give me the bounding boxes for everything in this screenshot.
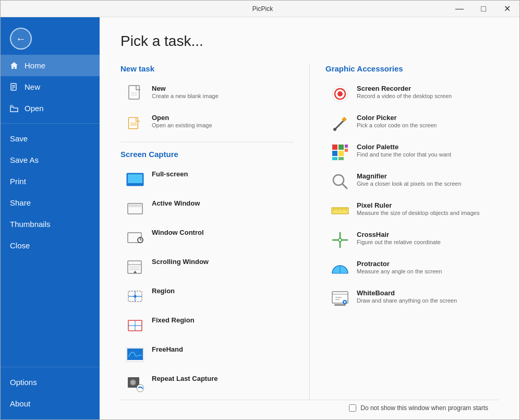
task-scrolling-window-icon (126, 258, 144, 277)
back-button[interactable]: ← (10, 28, 32, 50)
sidebar-item-home[interactable]: Home (1, 55, 100, 76)
task-crosshair-icon (331, 231, 349, 249)
task-region[interactable]: Region (120, 283, 294, 310)
sidebar-item-open[interactable]: Open (1, 98, 100, 119)
task-window-control[interactable]: Window Control (120, 224, 294, 251)
task-region-name: Region (152, 287, 175, 295)
svg-point-43 (337, 91, 343, 97)
task-fullscreen[interactable]: Full-screen (120, 166, 294, 193)
svg-rect-53 (332, 157, 337, 160)
svg-rect-47 (332, 145, 337, 150)
sidebar-item-new[interactable]: New (1, 76, 100, 98)
task-whiteboard-text: WhiteBoard Draw and share anything on th… (357, 289, 457, 304)
section-divider (120, 142, 294, 142)
task-screen-recorder[interactable]: Screen Recorder Record a video of the de… (325, 80, 499, 107)
task-crosshair-desc: Figure out the relative coordinate (357, 239, 441, 245)
svg-rect-48 (338, 145, 344, 150)
sidebar-divider-2 (1, 367, 100, 367)
task-whiteboard-name: WhiteBoard (357, 289, 457, 297)
close-button[interactable]: ✕ (495, 1, 519, 17)
task-pixel-ruler-desc: Measure the size of desktop objects and … (357, 210, 479, 216)
dont-show-checkbox[interactable] (349, 404, 356, 412)
task-active-window[interactable]: Active Window (120, 195, 294, 222)
task-open[interactable]: Open Open an existing image (120, 110, 294, 137)
sidebar-label-thumbnails: Thumbnails (10, 220, 51, 229)
sidebar-item-save[interactable]: Save (1, 128, 100, 149)
sidebar-item-close[interactable]: Close (1, 235, 100, 256)
sidebar-item-share[interactable]: Share (1, 192, 100, 213)
task-color-palette[interactable]: Color Palette Find and tune the color th… (325, 139, 499, 166)
task-window-control-icon (126, 229, 144, 247)
task-color-picker-icon (331, 114, 349, 133)
task-pixel-ruler-name: Pixel Ruler (357, 201, 479, 209)
task-pixel-ruler[interactable]: Pixel Ruler Measure the size of desktop … (325, 197, 499, 224)
maximize-button[interactable]: □ (471, 1, 495, 17)
new-icon (10, 83, 18, 91)
task-repeat-last-name: Repeat Last Capture (152, 375, 217, 382)
task-freehand-icon (126, 345, 144, 364)
sidebar-label-new: New (25, 82, 40, 91)
sidebar-label-save: Save (10, 134, 28, 143)
sidebar-item-about[interactable]: About (1, 393, 100, 414)
task-crosshair[interactable]: CrossHair Figure out the relative coordi… (325, 226, 499, 254)
task-new-text: New Create a new blank image (152, 85, 219, 99)
content-body: New task New (120, 64, 499, 400)
task-protractor-desc: Measure any angle on the screen (357, 268, 442, 274)
task-fullscreen-icon (126, 170, 144, 189)
task-color-palette-text: Color Palette Find and tune the color th… (357, 143, 451, 158)
task-repeat-last[interactable]: Repeat Last Capture (120, 370, 294, 398)
task-scrolling-window[interactable]: Scrolling Window (120, 254, 294, 281)
svg-point-46 (333, 128, 336, 131)
task-color-picker[interactable]: Color Picker Pick a color code on the sc… (325, 110, 499, 137)
sidebar-label-close: Close (10, 241, 30, 250)
sidebar-item-save-as[interactable]: Save As (1, 149, 100, 171)
graphic-accessories-title: Graphic Accessories (325, 64, 499, 73)
task-screen-recorder-text: Screen Recorder Record a video of the de… (357, 85, 452, 99)
task-scrolling-window-name: Scrolling Window (152, 258, 209, 266)
left-column: New task New (120, 64, 310, 400)
task-region-icon (126, 287, 144, 306)
task-whiteboard[interactable]: WhiteBoard Draw and share anything on th… (325, 285, 499, 312)
task-new[interactable]: New Create a new blank image (120, 80, 294, 107)
task-protractor-icon (331, 260, 349, 279)
svg-point-67 (338, 238, 342, 242)
app-window: PicPick — □ ✕ ← Home (0, 0, 520, 420)
sidebar-label-open: Open (25, 104, 44, 113)
title-bar: PicPick — □ ✕ (1, 1, 519, 17)
sidebar-label-save-as: Save As (10, 155, 39, 164)
sidebar: ← Home (1, 17, 100, 419)
task-crosshair-name: CrossHair (357, 231, 441, 238)
task-color-picker-text: Color Picker Pick a color code on the sc… (357, 114, 437, 128)
sidebar-label-options: Options (10, 378, 37, 387)
sidebar-item-print[interactable]: Print (1, 171, 100, 192)
svg-line-56 (343, 184, 347, 188)
task-open-name: Open (152, 114, 212, 122)
sidebar-label-about: About (10, 399, 30, 408)
task-repeat-last-text: Repeat Last Capture (152, 375, 217, 382)
sidebar-item-options[interactable]: Options (1, 371, 100, 393)
task-fixed-region[interactable]: Fixed Region (120, 312, 294, 339)
svg-rect-72 (334, 304, 346, 306)
sidebar-label-home: Home (25, 61, 45, 70)
back-icon: ← (16, 33, 26, 45)
task-protractor[interactable]: Protractor Measure any angle on the scre… (325, 256, 499, 283)
task-open-icon (126, 114, 144, 133)
task-freehand-name: FreeHand (152, 345, 183, 353)
svg-rect-51 (345, 145, 348, 148)
sidebar-item-thumbnails[interactable]: Thumbnails (1, 213, 100, 235)
task-open-desc: Open an existing image (152, 122, 212, 128)
task-crosshair-text: CrossHair Figure out the relative coordi… (357, 231, 441, 245)
new-task-title: New task (120, 64, 294, 73)
task-freehand[interactable]: FreeHand (120, 341, 294, 368)
svg-rect-15 (129, 205, 141, 206)
svg-point-30 (134, 295, 137, 298)
task-magnifier-name: Magnifier (357, 172, 462, 180)
task-fixed-region-text: Fixed Region (152, 316, 195, 324)
task-new-icon (126, 85, 144, 103)
app-title: PicPick (177, 5, 348, 13)
task-magnifier[interactable]: Magnifier Give a closer look at pixels o… (325, 168, 499, 195)
task-magnifier-text: Magnifier Give a closer look at pixels o… (357, 172, 462, 187)
task-open-text: Open Open an existing image (152, 114, 212, 128)
minimize-button[interactable]: — (448, 1, 471, 17)
task-magnifier-icon (331, 172, 349, 191)
